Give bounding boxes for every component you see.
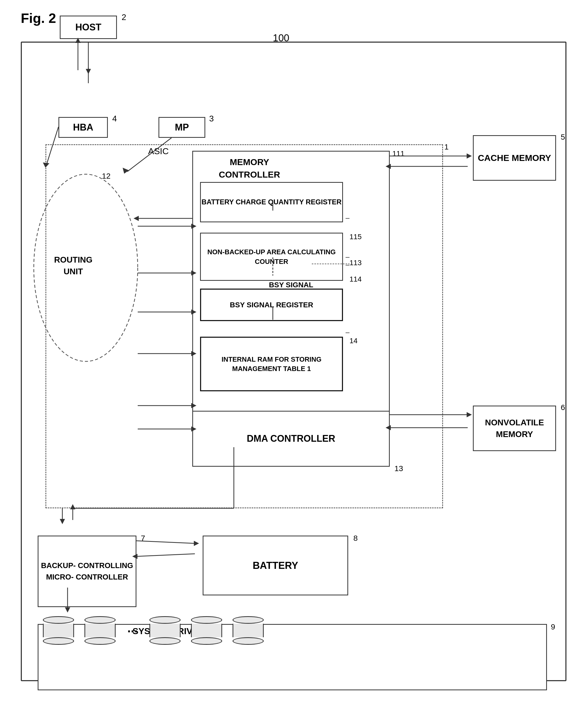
battery-box: BATTERY <box>203 535 348 595</box>
disk-4 <box>190 616 223 645</box>
memory-controller-title: MEMORY CONTROLLER <box>211 156 288 181</box>
nonvolatile-box: NONVOLATILE MEMORY <box>473 405 556 451</box>
figure-label: Fig. 2 <box>21 10 56 26</box>
label-5: 5 <box>561 133 565 141</box>
dma-box: DMA CONTROLLER <box>192 411 390 467</box>
bsy-signal-text: BSY SIGNAL <box>269 281 313 289</box>
label-3: 3 <box>209 114 214 124</box>
asic-label: ASIC <box>148 146 169 156</box>
label-13: 13 <box>394 464 403 473</box>
battery-charge-box: BATTERY CHARGE QUANTITY REGISTER <box>200 182 343 222</box>
label-114: 114 <box>349 275 362 283</box>
disk-2 <box>83 616 117 645</box>
bsy-register-box: BSY SIGNAL REGISTER <box>200 289 343 321</box>
label-2: 2 <box>121 12 126 22</box>
label-6: 6 <box>561 403 565 412</box>
host-label: HOST <box>75 22 101 33</box>
disk-3 <box>148 616 182 645</box>
mp-label: MP <box>175 122 189 133</box>
hba-label: HBA <box>73 122 93 133</box>
label-14: 14 <box>349 337 358 345</box>
disk-container: ... <box>41 616 265 645</box>
label-8: 8 <box>353 534 358 543</box>
ellipsis: ... <box>125 621 140 635</box>
label-1: 1 <box>444 142 449 151</box>
label-12: 12 <box>102 172 110 180</box>
cache-memory-box: CACHE MEMORY <box>473 135 556 181</box>
host-box: HOST <box>60 16 117 39</box>
label-111: 111 <box>392 150 404 158</box>
disk-5 <box>231 616 265 645</box>
label-4: 4 <box>112 114 117 124</box>
mp-box: MP <box>159 117 205 138</box>
internal-ram-box: INTERNAL RAM FOR STORING MANAGEMENT TABL… <box>200 337 343 391</box>
backup-box: BACKUP- CONTROLLING MICRO- CONTROLLER <box>38 535 136 607</box>
hba-box: HBA <box>58 117 108 138</box>
label-7: 7 <box>141 534 145 543</box>
label-9: 9 <box>551 623 555 631</box>
non-backed-box: NON-BACKED-UP AREA CALCULATING COUNTER <box>200 233 343 281</box>
label-113: 113 <box>349 259 362 267</box>
disk-1 <box>41 616 75 645</box>
label-115: 115 <box>349 233 362 241</box>
